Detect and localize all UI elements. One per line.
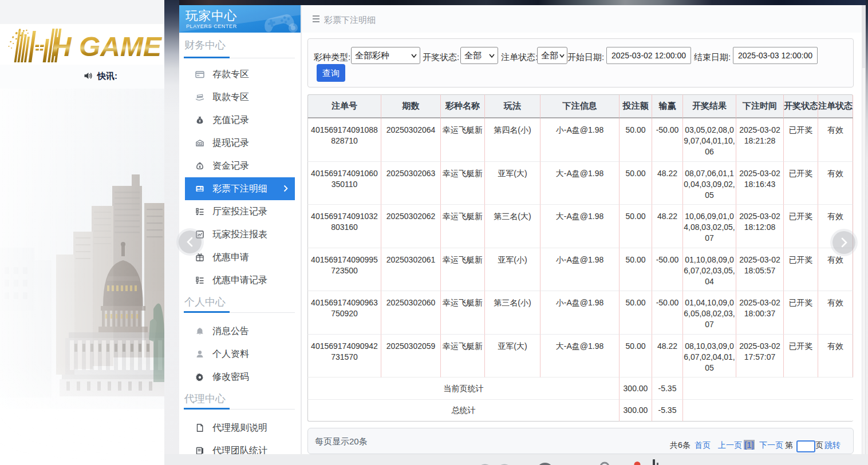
table-cell: 小-A盘@1.98	[540, 248, 620, 291]
hamburger-menu-icon[interactable]	[313, 15, 319, 23]
sidebar-item[interactable]: 优惠申请记录	[179, 269, 301, 292]
order-status-label: 注单状态:	[501, 49, 538, 66]
jump-button[interactable]: 跳转	[824, 440, 841, 451]
player-center-sidebar: 玩家中心 PLAYERS CENTER 财务中心存款专区取款专区充值记录提现记录…	[179, 5, 301, 454]
end-date-input[interactable]: 2025-03-03 12:00:00	[733, 47, 818, 64]
pagination-controls: 共6条 首页 上一页 [1] 下一页 第 页 跳转	[308, 428, 854, 455]
column-header: 期数	[381, 94, 441, 118]
column-header: 注单号	[307, 94, 381, 118]
table-cell: 48.22	[652, 162, 683, 205]
start-date-input[interactable]: 2025-03-02 12:00:00	[606, 47, 691, 64]
query-button[interactable]: 查询	[317, 64, 345, 82]
table-cell: 50.00	[620, 335, 652, 377]
table-cell: 50.00	[620, 248, 652, 291]
column-header: 下注信息	[540, 94, 620, 118]
table-body: 40156917409108882871020250302064幸运飞艇新第四名…	[307, 118, 853, 422]
table-cell: -50.00	[652, 118, 683, 162]
funds-record-icon	[195, 161, 204, 170]
carousel-right-arrow-button[interactable]	[833, 231, 855, 254]
page-scrollbar[interactable]	[862, 5, 866, 465]
sidebar-item[interactable]: 彩票下注明细	[185, 177, 295, 200]
recharge-record-icon	[195, 116, 204, 125]
lottery-type-label: 彩种类型:	[314, 49, 350, 66]
scrollbar-thumb[interactable]	[862, 5, 865, 68]
carousel-left-arrow-button[interactable]	[179, 230, 202, 253]
sidebar-item[interactable]: 修改密码	[179, 365, 301, 388]
speaker-icon	[84, 71, 93, 81]
hh-game-logo: H GAME	[0, 24, 164, 65]
sidebar-item[interactable]: 充值记录	[179, 109, 301, 132]
sidebar-item-label: 玩家投注报表	[212, 229, 267, 241]
table-cell: 亚军(大)	[485, 335, 540, 377]
order-status-select[interactable]: 全部	[537, 47, 567, 64]
sidebar-item[interactable]: 厅室投注记录	[179, 200, 301, 223]
sidebar-title: 玩家中心	[186, 7, 237, 25]
table-row: 40156917409103280316020250302062幸运飞艇新第三名…	[307, 205, 853, 248]
password-icon	[195, 372, 204, 381]
page-number-input[interactable]	[796, 440, 815, 452]
sidebar-item-label: 优惠申请记录	[212, 275, 267, 287]
sidebar-item-label: 代理规则说明	[212, 422, 267, 434]
table-cell: 10,06,09,01,04,08,03,02,05,07	[683, 205, 736, 248]
background-right-sliver	[866, 0, 868, 465]
sidebar-item[interactable]: 消息公告	[179, 320, 301, 343]
filter-panel: 彩种类型: 全部彩种 开奖状态: 全部 注单状态: 全部 开始日期: 2025-…	[307, 38, 854, 88]
summary-empty	[683, 400, 853, 422]
table-cell: 亚军(大)	[485, 162, 540, 205]
table-header-row: 注单号期数彩种名称玩法下注信息投注额输赢开奖结果下注时间开奖状态注单状态	[307, 94, 853, 118]
main-header-bar: 彩票下注明细	[302, 5, 862, 33]
table-header: 注单号期数彩种名称玩法下注信息投注额输赢开奖结果下注时间开奖状态注单状态	[307, 94, 853, 118]
table-cell: 大-A盘@1.98	[540, 162, 620, 205]
cashout-record-icon	[195, 138, 204, 148]
table-cell: 有效	[818, 291, 853, 335]
summary-bet-total: 300.00	[620, 377, 652, 400]
sidebar-section-underline	[184, 312, 295, 313]
table-cell: 幸运飞艇新	[441, 205, 485, 248]
table-cell: 03,05,02,08,09,07,04,01,10,06	[683, 118, 736, 162]
select-value: 全部彩种	[355, 50, 389, 61]
sidebar-item-label: 资金记录	[212, 160, 249, 172]
column-header: 开奖状态	[784, 94, 818, 118]
table-cell: 401569174090963750920	[307, 291, 381, 335]
table-cell: 401569174091032803160	[307, 205, 381, 248]
sidebar-section-title: 财务中心	[179, 35, 301, 63]
summary-label: 当前页统计	[307, 377, 620, 400]
sidebar-item[interactable]: 取款专区	[179, 86, 301, 109]
summary-row: 当前页统计300.00-5.35	[307, 377, 853, 400]
table-cell: 50.00	[620, 291, 652, 335]
city-background-image	[0, 89, 164, 465]
chevron-down-icon	[489, 54, 495, 58]
pagination-footer: 每页显示20条 共6条 首页 上一页 [1] 下一页 第 页 跳转	[307, 428, 854, 454]
left-top-strip	[0, 0, 164, 24]
column-header: 玩法	[485, 94, 540, 118]
table-cell: 2025-03-02 18:05:57	[736, 248, 784, 291]
chevron-right-icon	[283, 185, 288, 192]
sidebar-item[interactable]: 资金记录	[179, 154, 301, 177]
sidebar-item-label: 消息公告	[212, 325, 249, 337]
table-cell: 48.22	[652, 205, 683, 248]
news-label: 快讯:	[97, 71, 117, 82]
prev-page-link[interactable]: 上一页	[718, 440, 742, 451]
table-cell: 2025-03-02 18:21:28	[736, 118, 784, 162]
draw-status-select[interactable]: 全部	[460, 47, 498, 64]
lottery-type-select[interactable]: 全部彩种	[351, 47, 420, 64]
table-cell: 已开奖	[784, 162, 818, 205]
sidebar-item[interactable]: 代理规则说明	[179, 416, 301, 439]
withdraw-icon	[195, 93, 204, 102]
sidebar-item[interactable]: 提现记录	[179, 132, 301, 154]
table-cell: 48.22	[652, 335, 683, 377]
sidebar-item[interactable]: 存款专区	[179, 63, 301, 86]
current-page-indicator[interactable]: [1]	[744, 440, 755, 450]
table-cell: 小-A盘@1.98	[540, 291, 620, 335]
promo-record-icon	[195, 276, 204, 285]
first-page-link[interactable]: 首页	[695, 440, 711, 451]
table-cell: 幸运飞艇新	[441, 162, 485, 205]
sidebar-item[interactable]: 个人资料	[179, 343, 301, 365]
table-cell: 已开奖	[784, 205, 818, 248]
column-header: 投注额	[620, 94, 652, 118]
sidebar-item-label: 修改密码	[212, 371, 249, 383]
table-row: 40156917409099572350020250302061幸运飞艇新亚军(…	[307, 248, 853, 291]
next-page-link[interactable]: 下一页	[759, 440, 783, 451]
chevron-down-icon	[559, 54, 565, 58]
hamburger-line	[313, 21, 319, 22]
